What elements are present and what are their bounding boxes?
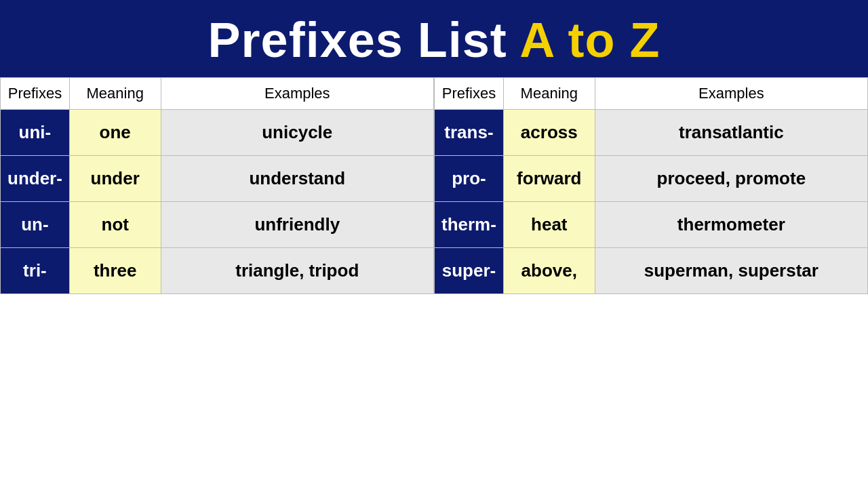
meaning-cell: forward — [503, 156, 595, 202]
prefix-cell: super- — [435, 248, 504, 294]
meaning-cell: one — [69, 110, 161, 156]
examples-cell: superman, superstar — [595, 248, 867, 294]
left-col-prefix: Prefixes — [1, 78, 70, 110]
meaning-cell: above, — [503, 248, 595, 294]
examples-cell: unfriendly — [161, 202, 433, 248]
table-row: under- under understand — [1, 156, 434, 202]
right-table: Prefixes Meaning Examples trans- across … — [434, 77, 868, 294]
table-wrapper: Prefixes Meaning Examples uni- one unicy… — [0, 77, 868, 294]
left-col-examples: Examples — [161, 78, 433, 110]
meaning-cell: across — [503, 110, 595, 156]
table-row: pro- forward proceed, promote — [435, 156, 868, 202]
table-row: un- not unfriendly — [1, 202, 434, 248]
prefix-cell: under- — [1, 156, 70, 202]
prefix-cell: trans- — [435, 110, 504, 156]
meaning-cell: three — [69, 248, 161, 294]
header: Prefixes List A to Z — [0, 0, 868, 77]
prefix-cell: uni- — [1, 110, 70, 156]
right-col-prefix: Prefixes — [435, 78, 504, 110]
prefix-cell: tri- — [1, 248, 70, 294]
right-header-row: Prefixes Meaning Examples — [435, 78, 868, 110]
right-col-meaning: Meaning — [503, 78, 595, 110]
table-row: super- above, superman, superstar — [435, 248, 868, 294]
meaning-cell: under — [69, 156, 161, 202]
table-row: therm- heat thermometer — [435, 202, 868, 248]
header-title: Prefixes List — [208, 13, 507, 67]
examples-cell: thermometer — [595, 202, 867, 248]
examples-cell: understand — [161, 156, 433, 202]
examples-cell: triangle, tripod — [161, 248, 433, 294]
meaning-cell: not — [69, 202, 161, 248]
table-row: tri- three triangle, tripod — [1, 248, 434, 294]
prefix-cell: therm- — [435, 202, 504, 248]
header-subtitle: A to Z — [519, 13, 660, 67]
examples-cell: proceed, promote — [595, 156, 867, 202]
examples-cell: unicycle — [161, 110, 433, 156]
left-table: Prefixes Meaning Examples uni- one unicy… — [0, 77, 434, 294]
meaning-cell: heat — [503, 202, 595, 248]
table-row: uni- one unicycle — [1, 110, 434, 156]
prefix-cell: pro- — [435, 156, 504, 202]
right-col-examples: Examples — [595, 78, 867, 110]
examples-cell: transatlantic — [595, 110, 867, 156]
prefix-cell: un- — [1, 202, 70, 248]
table-row: trans- across transatlantic — [435, 110, 868, 156]
left-col-meaning: Meaning — [69, 78, 161, 110]
left-header-row: Prefixes Meaning Examples — [1, 78, 434, 110]
